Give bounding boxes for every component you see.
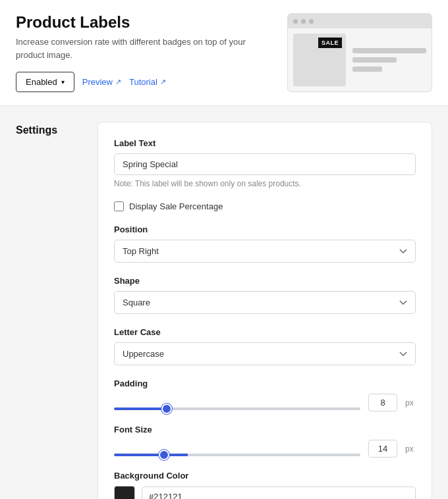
settings-sidebar-label: Settings <box>16 122 82 499</box>
letter-case-label: Letter Case <box>114 327 416 337</box>
letter-case-select[interactable]: Uppercase Lowercase Capitalize None <box>114 342 416 365</box>
mockup-line <box>352 66 382 72</box>
padding-group: Padding 8 px <box>114 379 416 411</box>
enabled-button[interactable]: Enabled ▾ <box>16 72 74 92</box>
letter-case-group: Letter Case Uppercase Lowercase Capitali… <box>114 327 416 365</box>
external-link-icon: ↗ <box>160 78 166 86</box>
mockup-dot <box>301 19 306 24</box>
mockup-line <box>352 48 426 53</box>
tutorial-link[interactable]: Tutorial ↗ <box>129 77 166 87</box>
mockup-body: SALE <box>288 28 432 92</box>
padding-slider[interactable] <box>114 407 360 410</box>
mockup-browser-bar <box>288 14 432 28</box>
font-size-label: Font Size <box>114 425 416 434</box>
external-link-icon: ↗ <box>115 78 121 86</box>
font-size-slider-row: 14 px <box>114 440 416 458</box>
background-color-group: Background Color #212121 <box>114 471 416 499</box>
shape-group: Shape Square Circle Rounded <box>114 276 416 314</box>
background-color-row: #212121 <box>114 486 416 499</box>
enabled-label: Enabled <box>26 77 57 87</box>
padding-label: Padding <box>114 379 416 388</box>
font-size-unit: px <box>405 444 416 454</box>
preview-link[interactable]: Preview ↗ <box>82 77 121 87</box>
label-text-label: Label Text <box>114 138 416 148</box>
shape-label: Shape <box>114 276 416 286</box>
position-label: Position <box>114 224 416 234</box>
display-sale-row: Display Sale Percentage <box>114 201 416 211</box>
display-sale-checkbox[interactable] <box>114 201 124 211</box>
header-actions: Enabled ▾ Preview ↗ Tutorial ↗ <box>16 72 271 92</box>
font-size-slider[interactable] <box>114 454 360 456</box>
settings-panel: Label Text Note: This label will be show… <box>98 122 432 499</box>
background-color-label: Background Color <box>114 471 416 481</box>
header-description: Increase conversion rate with different … <box>16 36 271 61</box>
tutorial-label: Tutorial <box>129 77 157 87</box>
header-section: Product Labels Increase conversion rate … <box>0 0 448 106</box>
mockup-lines <box>352 34 426 86</box>
font-size-group: Font Size 14 px <box>114 425 416 458</box>
background-color-hex-input[interactable]: #212121 <box>142 486 416 500</box>
label-text-group: Label Text Note: This label will be show… <box>114 138 416 188</box>
label-note: Note: This label will be shown only on s… <box>114 179 416 188</box>
mockup-dot <box>309 19 314 24</box>
mockup-image-area: SALE <box>293 34 346 86</box>
font-size-slider-track <box>114 448 360 450</box>
preview-label: Preview <box>82 77 113 87</box>
page-title: Product Labels <box>16 13 271 32</box>
preview-mockup: SALE <box>287 13 432 92</box>
font-size-value-input[interactable]: 14 <box>368 440 397 458</box>
padding-unit: px <box>405 398 416 407</box>
label-text-input[interactable] <box>114 153 416 175</box>
padding-slider-track <box>114 402 360 404</box>
padding-value-input[interactable]: 8 <box>368 394 397 411</box>
padding-slider-row: 8 px <box>114 394 416 411</box>
mockup-sale-badge: SALE <box>318 38 342 48</box>
position-group: Position Top Right Top Left Bottom Right… <box>114 224 416 263</box>
chevron-down-icon: ▾ <box>61 78 65 86</box>
background-color-swatch[interactable] <box>114 486 135 499</box>
main-content: Settings Label Text Note: This label wil… <box>0 106 448 499</box>
mockup-dot <box>293 19 298 24</box>
shape-select[interactable]: Square Circle Rounded <box>114 291 416 314</box>
position-select[interactable]: Top Right Top Left Bottom Right Bottom L… <box>114 240 416 263</box>
display-sale-label: Display Sale Percentage <box>129 201 223 211</box>
mockup-line <box>352 57 397 63</box>
header-left: Product Labels Increase conversion rate … <box>16 13 271 92</box>
